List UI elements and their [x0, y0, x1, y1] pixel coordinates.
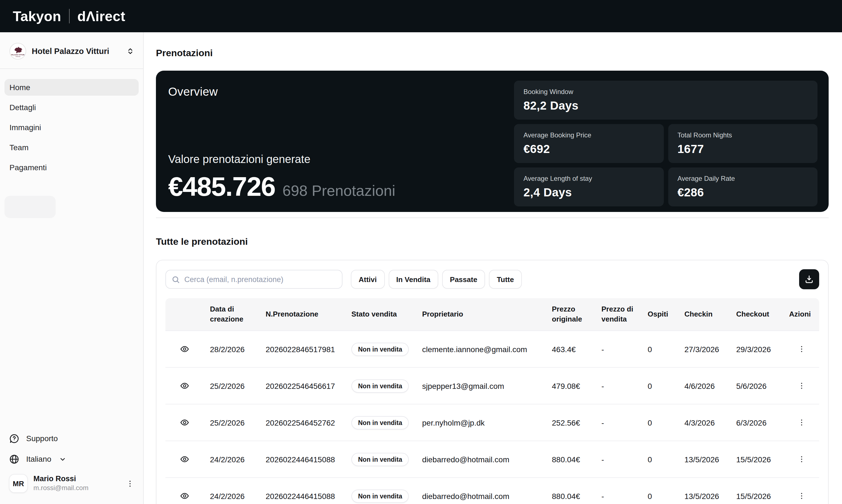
- kebab-icon: [797, 492, 806, 500]
- cell-original-price: 463.4€: [545, 345, 595, 354]
- cell-checkout: 6/3/2026: [729, 418, 783, 427]
- brand-takyon: Takyon: [13, 8, 61, 24]
- stat-value: €692: [523, 142, 654, 156]
- eye-icon: [179, 381, 189, 391]
- sidebar-item-label: Pagamenti: [10, 163, 47, 172]
- sidebar: PALAZZO VITTURI VENEZIA Hotel Palazzo Vi…: [0, 32, 144, 504]
- user-name: Mario Rossi: [33, 474, 88, 484]
- cell-checkout: 15/5/2026: [729, 491, 783, 500]
- table-row: 24/2/2026 2026022446415088 Non in vendit…: [166, 477, 819, 504]
- filter-attivi-button[interactable]: Attivi: [351, 270, 384, 289]
- search-box[interactable]: [166, 270, 343, 289]
- user-email: m.rossi@mail.com: [33, 484, 88, 492]
- sidebar-item-label: Dettagli: [10, 103, 36, 112]
- table-row: 25/2/2026 2026022546456617 Non in vendit…: [166, 367, 819, 404]
- globe-icon: [9, 454, 19, 464]
- col-created: Data di creazione: [203, 305, 259, 324]
- cell-owner: diebarredo@hotmail.com: [415, 491, 545, 500]
- cell-owner: sjpepper13@gmail.com: [415, 381, 545, 390]
- user-menu[interactable]: MR Mario Rossi m.rossi@mail.com: [9, 474, 134, 493]
- svg-text:PALAZZO VITTURI: PALAZZO VITTURI: [11, 54, 24, 56]
- cell-checkout: 15/5/2026: [729, 455, 783, 464]
- support-link[interactable]: Supporto: [9, 430, 134, 447]
- cell-number: 2026022846517981: [259, 345, 345, 354]
- col-original-price: Prezzo originale: [545, 305, 595, 324]
- row-actions-button[interactable]: [797, 418, 806, 427]
- status-badge: Non in vendita: [351, 489, 409, 503]
- col-owner: Proprietario: [415, 309, 545, 319]
- chevron-down-icon: [59, 455, 66, 463]
- col-guests: Ospiti: [641, 309, 678, 319]
- language-label: Italiano: [26, 454, 51, 463]
- stat-value: 2,4 Days: [523, 186, 654, 199]
- table-header: Data di creazione N.Prenotazione Stato v…: [166, 298, 819, 330]
- cell-owner: diebarredo@hotmail.com: [415, 455, 545, 464]
- col-actions: Azioni: [783, 309, 820, 319]
- unfold-icon: [126, 47, 134, 55]
- cell-checkin: 13/5/2026: [678, 455, 729, 464]
- filter-tutte-button[interactable]: Tutte: [489, 270, 522, 289]
- filter-passate-button[interactable]: Passate: [442, 270, 485, 289]
- sidebar-item-immagini[interactable]: Immagini: [4, 119, 139, 136]
- stat-label: Average Booking Price: [523, 131, 654, 139]
- row-actions-button[interactable]: [797, 492, 806, 500]
- cell-sale-price: -: [595, 455, 641, 464]
- filter-in-vendita-button[interactable]: In Vendita: [389, 270, 438, 289]
- sidebar-item-label: Home: [10, 83, 30, 92]
- eye-icon: [179, 454, 189, 464]
- language-selector[interactable]: Italiano: [9, 451, 134, 467]
- sidebar-item-label: Immagini: [10, 123, 41, 132]
- sidebar-item-pagamenti[interactable]: Pagamenti: [4, 159, 139, 176]
- stat-value: 1677: [677, 142, 808, 156]
- stat-average-length-of-stay: Average Length of stay 2,4 Days: [514, 167, 664, 206]
- page-title: Prenotazioni: [156, 48, 829, 59]
- cell-original-price: 880.04€: [545, 491, 595, 500]
- stat-total-room-nights: Total Room Nights 1677: [668, 124, 818, 163]
- status-badge: Non in vendita: [351, 452, 409, 466]
- view-booking-button[interactable]: [179, 418, 189, 427]
- cell-original-price: 479.08€: [545, 381, 595, 390]
- cell-owner: per.nyholm@jp.dk: [415, 418, 545, 427]
- status-badge: Non in vendita: [351, 379, 409, 393]
- cell-original-price: 252.56€: [545, 418, 595, 427]
- view-booking-button[interactable]: [179, 381, 189, 391]
- main-content: Prenotazioni Overview Valore prenotazion…: [144, 32, 842, 504]
- cell-sale-price: -: [595, 381, 641, 390]
- stat-label: Average Daily Rate: [677, 175, 808, 182]
- view-booking-button[interactable]: [179, 491, 189, 501]
- overview-value-block: Valore prenotazioni generate €485.726 69…: [168, 153, 514, 202]
- row-actions-button[interactable]: [797, 382, 806, 390]
- hotel-selector[interactable]: PALAZZO VITTURI VENEZIA Hotel Palazzo Vi…: [0, 32, 143, 68]
- kebab-icon: [797, 418, 806, 427]
- cell-original-price: 880.04€: [545, 455, 595, 464]
- topbar: Takyon dΛirect: [0, 0, 842, 32]
- download-button[interactable]: [799, 269, 819, 289]
- help-icon: [9, 433, 19, 444]
- view-booking-button[interactable]: [179, 344, 189, 354]
- sidebar-item-dettagli[interactable]: Dettagli: [4, 99, 139, 116]
- search-icon: [172, 275, 180, 284]
- row-actions-button[interactable]: [797, 455, 806, 463]
- cell-number: 2026022446415088: [259, 491, 345, 500]
- bookings-section-title: Tutte le prenotazioni: [156, 236, 829, 248]
- cell-created: 28/2/2026: [203, 345, 259, 354]
- stat-label: Booking Window: [523, 88, 808, 96]
- hotel-logo: PALAZZO VITTURI VENEZIA: [10, 43, 26, 59]
- overview-total-value: €485.726: [168, 171, 275, 202]
- search-input[interactable]: [184, 275, 336, 284]
- user-kebab-icon[interactable]: [126, 479, 134, 488]
- brand-logo: Takyon dΛirect: [13, 8, 125, 24]
- cell-number: 2026022446415088: [259, 455, 345, 464]
- bookings-card: Attivi In Vendita Passate Tutte Data di …: [156, 260, 829, 504]
- sidebar-item-home[interactable]: Home: [4, 79, 139, 96]
- sidebar-item-team[interactable]: Team: [4, 139, 139, 156]
- stat-value: 82,2 Days: [523, 99, 808, 112]
- cell-checkout: 29/3/2026: [729, 345, 783, 354]
- view-booking-button[interactable]: [179, 454, 189, 464]
- status-badge: Non in vendita: [351, 342, 409, 356]
- row-actions-button[interactable]: [797, 345, 806, 353]
- overview-card: Overview Valore prenotazioni generate €4…: [156, 71, 829, 212]
- support-label: Supporto: [26, 434, 58, 443]
- cell-checkout: 5/6/2026: [729, 381, 783, 390]
- col-sale-price: Prezzo di vendita: [595, 305, 641, 324]
